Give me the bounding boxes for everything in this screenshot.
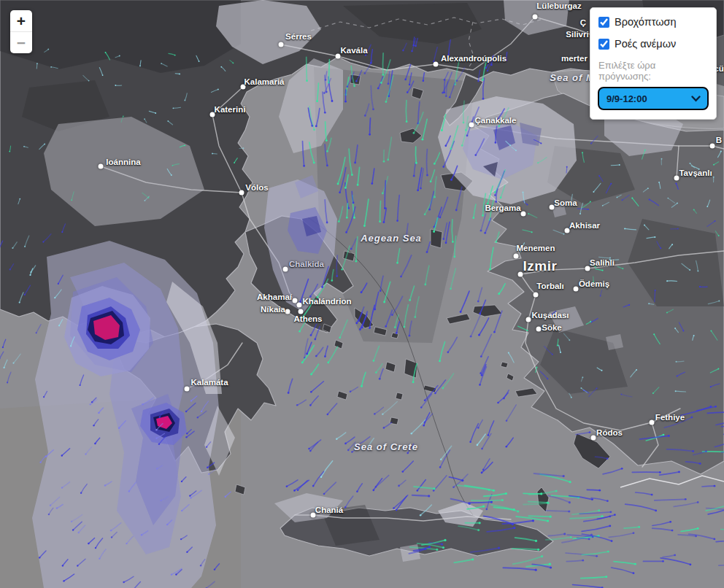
zoom-in-button[interactable]: +: [10, 10, 32, 31]
rain-layer-row: Βροχόπτωση: [598, 16, 709, 28]
zoom-out-button[interactable]: −: [10, 31, 32, 53]
wind-layer-checkbox[interactable]: [598, 39, 609, 50]
rain-layer-label[interactable]: Βροχόπτωση: [615, 16, 677, 28]
map-zoom-control: + −: [10, 10, 32, 53]
wind-layer-label[interactable]: Ροές ανέμων: [615, 38, 676, 50]
forecast-time-label: Επιλέξτε ώρα πρόγνωσης:: [598, 60, 709, 82]
forecast-time-select[interactable]: 9/9-12:00: [598, 87, 709, 110]
chevron-down-icon: [691, 96, 701, 102]
wind-layer-row: Ροές ανέμων: [598, 38, 709, 50]
forecast-time-value: 9/9-12:00: [606, 93, 647, 104]
rain-layer-checkbox[interactable]: [598, 17, 609, 28]
layers-panel: Βροχόπτωση Ροές ανέμων Επιλέξτε ώρα πρόγ…: [590, 7, 717, 120]
weather-map-page: { "panel": { "checkboxes": [ {"label": "…: [0, 0, 724, 588]
